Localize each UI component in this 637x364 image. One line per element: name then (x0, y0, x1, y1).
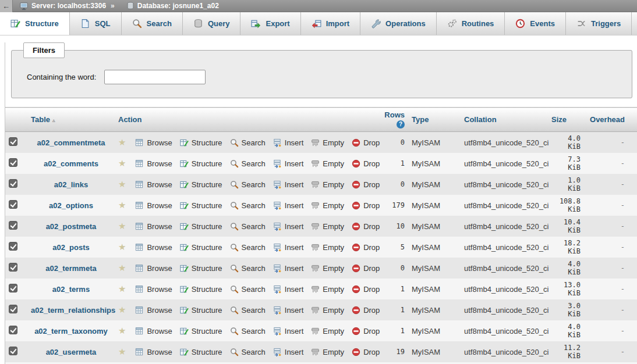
breadcrumb-database-link[interactable]: Database: josnune1_a02 (137, 2, 219, 10)
insert-link[interactable]: Insert (273, 285, 304, 294)
favorite-star-icon[interactable]: ★ (118, 284, 126, 294)
insert-link[interactable]: Insert (273, 138, 304, 147)
favorite-star-icon[interactable]: ★ (118, 200, 126, 210)
row-checkbox[interactable] (9, 137, 17, 146)
browse-link[interactable]: Browse (135, 327, 172, 336)
browse-link[interactable]: Browse (135, 285, 172, 294)
favorite-star-icon[interactable]: ★ (118, 263, 126, 273)
browse-link[interactable]: Browse (135, 138, 172, 147)
table-name-link[interactable]: a02_options (49, 201, 93, 210)
row-checkbox[interactable] (9, 179, 17, 188)
favorite-star-icon[interactable]: ★ (118, 158, 126, 169)
structure-link[interactable]: Structure (180, 243, 222, 252)
tab-events[interactable]: Events (505, 12, 566, 35)
insert-link[interactable]: Insert (273, 264, 304, 273)
search-link[interactable]: Search (230, 327, 266, 336)
insert-link[interactable]: Insert (273, 348, 304, 356)
insert-link[interactable]: Insert (273, 327, 304, 336)
row-checkbox[interactable] (9, 305, 17, 313)
row-checkbox[interactable] (9, 242, 17, 251)
insert-link[interactable]: Insert (273, 222, 304, 231)
help-icon[interactable] (397, 120, 405, 129)
search-link[interactable]: Search (230, 159, 266, 168)
search-link[interactable]: Search (230, 138, 266, 147)
search-link[interactable]: Search (230, 285, 266, 294)
favorite-star-icon[interactable]: ★ (118, 221, 126, 231)
structure-link[interactable]: Structure (180, 264, 222, 273)
empty-link[interactable]: Empty (311, 243, 344, 252)
drop-link[interactable]: Drop (352, 348, 380, 356)
empty-link[interactable]: Empty (311, 348, 344, 356)
tab-import[interactable]: Import (301, 12, 360, 35)
row-checkbox[interactable] (9, 158, 17, 167)
tab-routines[interactable]: Routines (437, 12, 505, 35)
table-name-link[interactable]: a02_usermeta (46, 348, 97, 356)
row-checkbox[interactable] (9, 284, 17, 292)
structure-link[interactable]: Structure (180, 180, 222, 189)
structure-link[interactable]: Structure (180, 222, 222, 231)
favorite-star-icon[interactable]: ★ (118, 179, 126, 190)
structure-link[interactable]: Structure (180, 285, 222, 294)
empty-link[interactable]: Empty (311, 138, 344, 147)
table-name-link[interactable]: a02_termmeta (45, 264, 96, 273)
browse-link[interactable]: Browse (135, 306, 172, 315)
structure-link[interactable]: Structure (180, 348, 222, 356)
favorite-star-icon[interactable]: ★ (118, 242, 126, 252)
header-collation[interactable]: Collation (461, 108, 548, 132)
tab-query[interactable]: Query (183, 12, 241, 35)
drop-link[interactable]: Drop (352, 201, 380, 210)
tab-triggers[interactable]: Triggers (566, 12, 632, 35)
browse-link[interactable]: Browse (135, 159, 172, 168)
empty-link[interactable]: Empty (311, 159, 344, 168)
table-name-link[interactable]: a02_postmeta (46, 222, 97, 231)
table-name-link[interactable]: a02_commentmeta (37, 138, 105, 147)
empty-link[interactable]: Empty (311, 201, 344, 210)
empty-link[interactable]: Empty (311, 264, 344, 273)
search-link[interactable]: Search (230, 306, 266, 315)
browse-link[interactable]: Browse (135, 348, 172, 356)
tab-export[interactable]: Export (240, 12, 300, 35)
empty-link[interactable]: Empty (311, 180, 344, 189)
header-rows[interactable]: Rows (378, 108, 408, 132)
empty-link[interactable]: Empty (311, 285, 344, 294)
row-checkbox[interactable] (9, 263, 17, 272)
back-button[interactable]: ← (0, 0, 13, 12)
insert-link[interactable]: Insert (273, 243, 304, 252)
structure-link[interactable]: Structure (180, 138, 222, 147)
table-name-link[interactable]: a02_term_taxonomy (34, 327, 108, 336)
insert-link[interactable]: Insert (273, 201, 304, 210)
search-link[interactable]: Search (230, 243, 266, 252)
empty-link[interactable]: Empty (311, 306, 344, 315)
structure-link[interactable]: Structure (180, 159, 222, 168)
drop-link[interactable]: Drop (352, 264, 380, 273)
header-type[interactable]: Type (408, 108, 461, 132)
empty-link[interactable]: Empty (311, 222, 344, 231)
structure-link[interactable]: Structure (180, 201, 222, 210)
insert-link[interactable]: Insert (273, 306, 304, 315)
tab-designer[interactable]: Designer (632, 12, 637, 35)
insert-link[interactable]: Insert (273, 159, 304, 168)
drop-link[interactable]: Drop (352, 327, 380, 336)
table-name-link[interactable]: a02_term_relationships (31, 306, 115, 315)
search-link[interactable]: Search (230, 201, 266, 210)
drop-link[interactable]: Drop (352, 159, 380, 168)
drop-link[interactable]: Drop (352, 243, 380, 252)
header-size[interactable]: Size (548, 108, 584, 132)
drop-link[interactable]: Drop (352, 306, 380, 315)
empty-link[interactable]: Empty (311, 327, 344, 336)
row-checkbox[interactable] (9, 200, 17, 209)
structure-link[interactable]: Structure (180, 306, 222, 315)
search-link[interactable]: Search (230, 180, 266, 189)
table-name-link[interactable]: a02_comments (44, 159, 98, 168)
table-name-link[interactable]: a02_links (54, 180, 89, 189)
drop-link[interactable]: Drop (352, 285, 380, 294)
tab-search[interactable]: Search (122, 12, 183, 35)
browse-link[interactable]: Browse (135, 201, 172, 210)
table-name-link[interactable]: a02_terms (52, 285, 90, 294)
favorite-star-icon[interactable]: ★ (118, 305, 126, 315)
containing-word-input[interactable] (104, 70, 206, 84)
tab-sql[interactable]: SQL (70, 12, 122, 35)
favorite-star-icon[interactable]: ★ (118, 326, 126, 336)
search-link[interactable]: Search (230, 222, 266, 231)
search-link[interactable]: Search (230, 348, 266, 356)
